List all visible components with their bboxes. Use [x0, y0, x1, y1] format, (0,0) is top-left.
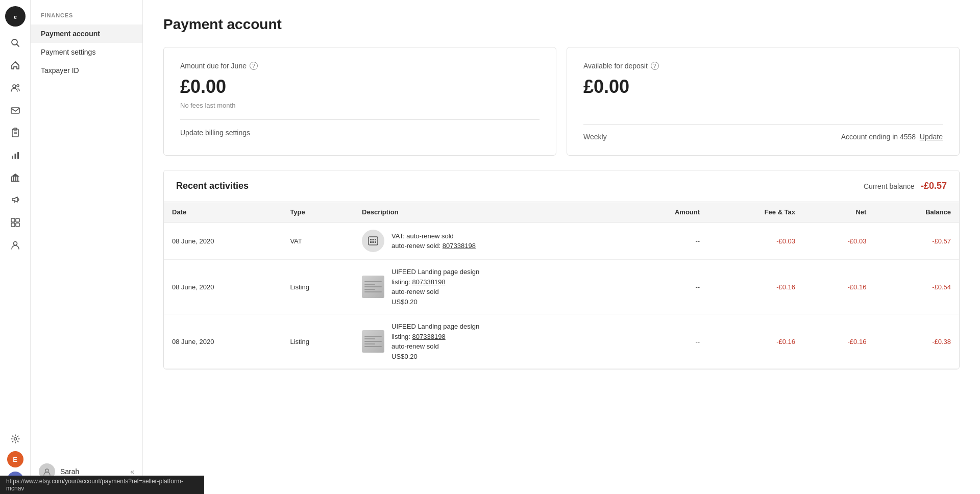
svg-rect-29	[370, 241, 372, 243]
status-bar: https://www.etsy.com/your/account/paymen…	[0, 476, 204, 494]
svg-rect-11	[12, 156, 13, 159]
row2-listing-link[interactable]: 807338198	[412, 278, 446, 286]
deposit-frequency: Weekly	[583, 133, 607, 141]
table-row: 08 June, 2020 Listing	[164, 260, 959, 314]
update-billing-link[interactable]: Update billing settings	[180, 129, 250, 137]
svg-point-26	[45, 469, 48, 472]
row2-fee: -£0.16	[708, 260, 803, 314]
row1-date: 08 June, 2020	[164, 223, 282, 260]
row1-desc-line1: VAT: auto-renew sold	[391, 231, 476, 241]
row1-type: VAT	[282, 223, 354, 260]
col-fee-tax: Fee & Tax	[708, 202, 803, 223]
row2-desc-line1: UIFEED Landing page design	[391, 267, 479, 277]
table-header: Date Type Description Amount Fee & Tax N…	[164, 202, 959, 223]
svg-rect-22	[11, 223, 15, 227]
svg-rect-12	[14, 154, 16, 159]
svg-point-4	[13, 85, 16, 88]
sidebar-item-payment-account[interactable]: Payment account	[31, 24, 142, 43]
row2-balance: -£0.54	[874, 260, 959, 314]
row3-net: -£0.16	[803, 314, 874, 369]
svg-marker-19	[11, 174, 19, 177]
svg-rect-32	[375, 239, 376, 240]
svg-rect-31	[373, 241, 374, 243]
col-net: Net	[803, 202, 874, 223]
app-logo[interactable]: e	[5, 6, 26, 27]
row3-fee: -£0.16	[708, 314, 803, 369]
grid-icon[interactable]	[5, 212, 26, 233]
summary-cards: Amount due for June ? £0.00 No fees last…	[163, 47, 960, 156]
row2-amount: --	[624, 260, 708, 314]
table-row: 08 June, 2020 VAT	[164, 223, 959, 260]
svg-point-24	[13, 242, 17, 245]
mail-icon[interactable]	[5, 100, 26, 120]
amount-due-info-icon[interactable]: ?	[250, 62, 258, 70]
bar-chart-icon[interactable]	[5, 145, 26, 165]
recent-activities-section: Recent activities Current balance -£0.57…	[163, 170, 960, 369]
col-amount: Amount	[624, 202, 708, 223]
row3-desc-line1: UIFEED Landing page design	[391, 322, 479, 332]
sidebar-item-payment-settings[interactable]: Payment settings	[31, 43, 142, 61]
svg-line-3	[16, 44, 19, 47]
amount-due-value: £0.00	[180, 76, 540, 97]
row1-desc-line2: auto-renew sold: 807338198	[391, 241, 476, 251]
svg-rect-14	[11, 181, 19, 182]
sidebar-collapse-button[interactable]: «	[130, 467, 134, 476]
settings-icon[interactable]	[5, 429, 26, 449]
bank-icon[interactable]	[5, 167, 26, 188]
clipboard-icon[interactable]	[5, 122, 26, 143]
svg-rect-18	[17, 177, 18, 181]
svg-rect-23	[16, 223, 19, 227]
row2-type: Listing	[282, 260, 354, 314]
activities-table: Date Type Description Amount Fee & Tax N…	[164, 202, 959, 369]
sidebar: FINANCES Payment account Payment setting…	[31, 0, 143, 494]
svg-rect-28	[370, 239, 372, 240]
sidebar-item-taxpayer-id[interactable]: Taxpayer ID	[31, 61, 142, 80]
sidebar-user-name: Sarah	[60, 467, 125, 476]
search-icon[interactable]	[5, 33, 26, 53]
row1-listing-link[interactable]: 807338198	[443, 242, 476, 250]
available-deposit-info-icon[interactable]: ?	[651, 62, 659, 70]
svg-rect-27	[369, 237, 378, 245]
row3-amount: --	[624, 314, 708, 369]
row1-fee: -£0.03	[708, 223, 803, 260]
svg-rect-16	[13, 177, 14, 181]
col-description: Description	[354, 202, 624, 223]
table-body: 08 June, 2020 VAT	[164, 223, 959, 369]
icon-rail: e	[0, 0, 31, 494]
row3-type: Listing	[282, 314, 354, 369]
svg-point-25	[14, 438, 16, 440]
user-avatar-e[interactable]: E	[7, 451, 23, 467]
row3-date: 08 June, 2020	[164, 314, 282, 369]
svg-rect-15	[11, 177, 12, 181]
page-title: Payment account	[163, 16, 960, 33]
row3-listing-link[interactable]: 807338198	[412, 333, 446, 340]
current-balance-value: -£0.57	[921, 181, 947, 191]
col-balance: Balance	[874, 202, 959, 223]
amount-due-sub: No fees last month	[180, 102, 540, 109]
update-account-link[interactable]: Update	[920, 133, 943, 141]
svg-text:e: e	[14, 13, 17, 20]
available-deposit-label: Available for deposit ?	[583, 62, 943, 70]
sidebar-section-label: FINANCES	[31, 8, 142, 24]
row1-amount: --	[624, 223, 708, 260]
home-icon[interactable]	[5, 55, 26, 76]
row1-icon	[362, 230, 384, 252]
svg-rect-6	[11, 108, 19, 113]
available-deposit-value: £0.00	[583, 76, 943, 97]
activities-title: Recent activities	[176, 181, 249, 191]
row2-desc: UIFEED Landing page design listing: 8073…	[354, 260, 624, 314]
megaphone-icon[interactable]	[5, 190, 26, 210]
row2-icon	[362, 276, 384, 298]
row3-desc-line2: listing: 807338198	[391, 332, 479, 342]
amount-due-label: Amount due for June ?	[180, 62, 540, 70]
svg-rect-13	[17, 152, 19, 159]
current-balance-label: Current balance	[864, 182, 915, 190]
main-content: Payment account Amount due for June ? £0…	[143, 0, 980, 494]
current-balance-display: Current balance -£0.57	[864, 181, 947, 191]
row3-desc-line4: US$0.20	[391, 352, 479, 362]
row2-desc-line3: auto-renew sold	[391, 287, 479, 297]
svg-rect-21	[16, 218, 19, 222]
row3-icon	[362, 330, 384, 353]
users-icon[interactable]	[5, 235, 26, 255]
people-icon[interactable]	[5, 78, 26, 98]
